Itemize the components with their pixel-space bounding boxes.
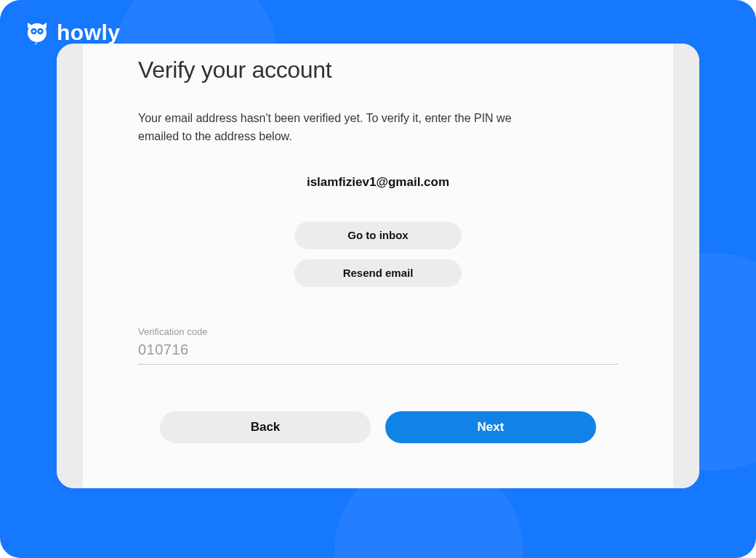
owl-icon (25, 20, 49, 45)
verification-code-input[interactable] (138, 340, 618, 365)
go-to-inbox-button[interactable]: Go to inbox (294, 222, 462, 249)
email-address: islamfiziev1@gmail.com (138, 175, 618, 190)
svg-point-0 (28, 23, 47, 42)
quick-actions: Go to inbox Resend email (138, 222, 618, 287)
verify-panel: Verify your account Your email address h… (138, 44, 618, 488)
verification-code-field: Verification code (138, 326, 618, 365)
brand-logo: howly (25, 20, 121, 45)
resend-email-button[interactable]: Resend email (294, 259, 462, 287)
instructions-text: Your email address hasn't been verified … (138, 110, 545, 146)
next-button[interactable]: Next (385, 411, 596, 443)
page-title: Verify your account (138, 57, 618, 84)
verification-code-label: Verification code (138, 326, 618, 337)
app-frame: howly Verify your account Your email add… (0, 0, 756, 558)
back-button[interactable]: Back (160, 411, 371, 443)
svg-point-4 (39, 30, 41, 32)
footer-buttons: Back Next (138, 411, 618, 443)
brand-name: howly (57, 20, 121, 45)
svg-point-3 (33, 30, 35, 32)
verify-card: Verify your account Your email address h… (57, 44, 699, 488)
